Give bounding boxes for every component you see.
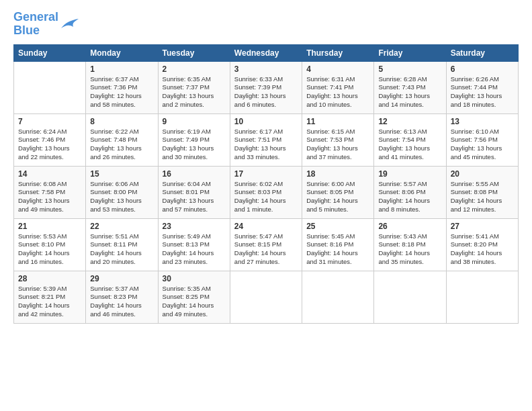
- header-row: SundayMondayTuesdayWednesdayThursdayFrid…: [14, 44, 519, 61]
- day-number: 17: [234, 169, 298, 179]
- week-row-1: 1Sunrise: 6:37 AMSunset: 7:36 PMDaylight…: [14, 61, 519, 113]
- calendar-cell: 20Sunrise: 5:55 AMSunset: 8:08 PMDayligh…: [446, 166, 518, 218]
- day-info: Sunrise: 5:47 AMSunset: 8:15 PMDaylight:…: [234, 232, 298, 267]
- calendar-cell: 3Sunrise: 6:33 AMSunset: 7:39 PMDaylight…: [230, 61, 302, 113]
- day-number: 25: [306, 222, 369, 231]
- calendar-cell: 2Sunrise: 6:35 AMSunset: 7:37 PMDaylight…: [158, 61, 230, 113]
- day-info: Sunrise: 6:13 AMSunset: 7:54 PMDaylight:…: [378, 128, 441, 162]
- day-number: 4: [306, 64, 369, 74]
- day-info: Sunrise: 6:04 AMSunset: 8:01 PMDaylight:…: [163, 180, 226, 214]
- header: General Blue: [13, 11, 519, 38]
- calendar-cell: 29Sunrise: 5:37 AMSunset: 8:23 PMDayligh…: [86, 271, 158, 323]
- day-number: 2: [163, 64, 226, 74]
- calendar-cell: 16Sunrise: 6:04 AMSunset: 8:01 PMDayligh…: [158, 166, 230, 218]
- logo-bird-icon: [60, 16, 80, 32]
- calendar-cell: 4Sunrise: 6:31 AMSunset: 7:41 PMDaylight…: [302, 61, 374, 113]
- calendar-cell: 7Sunrise: 6:24 AMSunset: 7:46 PMDaylight…: [14, 113, 86, 166]
- page-container: General Blue SundayMondayTuesdayWednesda…: [0, 0, 532, 330]
- calendar-cell: 27Sunrise: 5:41 AMSunset: 8:20 PMDayligh…: [446, 218, 518, 271]
- day-number: 9: [163, 117, 226, 126]
- calendar-cell: 10Sunrise: 6:17 AMSunset: 7:51 PMDayligh…: [230, 113, 302, 166]
- calendar-cell: 1Sunrise: 6:37 AMSunset: 7:36 PMDaylight…: [86, 61, 158, 113]
- day-number: 13: [451, 117, 514, 126]
- day-info: Sunrise: 6:28 AMSunset: 7:43 PMDaylight:…: [378, 75, 441, 109]
- week-row-4: 21Sunrise: 5:53 AMSunset: 8:10 PMDayligh…: [14, 218, 519, 271]
- day-info: Sunrise: 5:57 AMSunset: 8:06 PMDaylight:…: [378, 180, 441, 214]
- calendar-cell: 22Sunrise: 5:51 AMSunset: 8:11 PMDayligh…: [86, 218, 158, 271]
- calendar-cell: [374, 271, 446, 323]
- day-info: Sunrise: 6:00 AMSunset: 8:05 PMDaylight:…: [306, 180, 369, 214]
- day-info: Sunrise: 6:26 AMSunset: 7:44 PMDaylight:…: [451, 75, 514, 109]
- header-day-thursday: Thursday: [302, 44, 374, 61]
- day-info: Sunrise: 6:08 AMSunset: 7:58 PMDaylight:…: [18, 180, 81, 214]
- day-number: 6: [451, 64, 514, 74]
- day-number: 22: [90, 222, 153, 231]
- calendar-cell: 15Sunrise: 6:06 AMSunset: 8:00 PMDayligh…: [86, 166, 158, 218]
- day-number: 27: [451, 222, 514, 231]
- day-info: Sunrise: 5:35 AMSunset: 8:25 PMDaylight:…: [163, 285, 226, 319]
- header-day-saturday: Saturday: [446, 44, 518, 61]
- day-number: 3: [234, 64, 298, 74]
- calendar-cell: 26Sunrise: 5:43 AMSunset: 8:18 PMDayligh…: [374, 218, 446, 271]
- calendar-cell: 28Sunrise: 5:39 AMSunset: 8:21 PMDayligh…: [14, 271, 86, 323]
- day-number: 23: [163, 222, 226, 231]
- day-info: Sunrise: 6:33 AMSunset: 7:39 PMDaylight:…: [234, 75, 298, 109]
- calendar-cell: 11Sunrise: 6:15 AMSunset: 7:53 PMDayligh…: [302, 113, 374, 166]
- day-info: Sunrise: 5:45 AMSunset: 8:16 PMDaylight:…: [306, 232, 369, 267]
- day-info: Sunrise: 6:10 AMSunset: 7:56 PMDaylight:…: [451, 128, 514, 162]
- week-row-5: 28Sunrise: 5:39 AMSunset: 8:21 PMDayligh…: [14, 271, 519, 323]
- day-info: Sunrise: 6:22 AMSunset: 7:48 PMDaylight:…: [90, 128, 153, 162]
- day-number: 15: [90, 169, 153, 179]
- day-number: 5: [378, 64, 441, 74]
- calendar-cell: 6Sunrise: 6:26 AMSunset: 7:44 PMDaylight…: [446, 61, 518, 113]
- day-number: 19: [378, 169, 441, 179]
- day-info: Sunrise: 6:37 AMSunset: 7:36 PMDaylight:…: [90, 75, 153, 109]
- day-number: 1: [90, 64, 153, 74]
- calendar-table: SundayMondayTuesdayWednesdayThursdayFrid…: [13, 44, 519, 324]
- day-number: 14: [18, 169, 81, 179]
- day-number: 28: [18, 274, 81, 283]
- day-info: Sunrise: 5:51 AMSunset: 8:11 PMDaylight:…: [90, 232, 153, 267]
- day-info: Sunrise: 6:06 AMSunset: 8:00 PMDaylight:…: [90, 180, 153, 214]
- day-number: 10: [234, 117, 298, 126]
- calendar-cell: 21Sunrise: 5:53 AMSunset: 8:10 PMDayligh…: [14, 218, 86, 271]
- calendar-cell: 24Sunrise: 5:47 AMSunset: 8:15 PMDayligh…: [230, 218, 302, 271]
- day-info: Sunrise: 5:41 AMSunset: 8:20 PMDaylight:…: [451, 232, 514, 267]
- day-number: 7: [18, 117, 81, 126]
- logo-text: General Blue: [13, 11, 58, 38]
- day-info: Sunrise: 6:24 AMSunset: 7:46 PMDaylight:…: [18, 128, 81, 162]
- calendar-cell: 23Sunrise: 5:49 AMSunset: 8:13 PMDayligh…: [158, 218, 230, 271]
- calendar-cell: [446, 271, 518, 323]
- day-info: Sunrise: 6:15 AMSunset: 7:53 PMDaylight:…: [306, 128, 369, 162]
- calendar-cell: 13Sunrise: 6:10 AMSunset: 7:56 PMDayligh…: [446, 113, 518, 166]
- day-number: 30: [163, 274, 226, 283]
- day-number: 12: [378, 117, 441, 126]
- calendar-cell: [14, 61, 86, 113]
- day-info: Sunrise: 6:02 AMSunset: 8:03 PMDaylight:…: [234, 180, 298, 214]
- header-day-monday: Monday: [86, 44, 158, 61]
- calendar-cell: [230, 271, 302, 323]
- day-info: Sunrise: 6:31 AMSunset: 7:41 PMDaylight:…: [306, 75, 369, 109]
- header-day-sunday: Sunday: [14, 44, 86, 61]
- calendar-cell: 25Sunrise: 5:45 AMSunset: 8:16 PMDayligh…: [302, 218, 374, 271]
- day-number: 29: [90, 274, 153, 283]
- day-number: 11: [306, 117, 369, 126]
- day-info: Sunrise: 6:19 AMSunset: 7:49 PMDaylight:…: [163, 128, 226, 162]
- day-number: 26: [378, 222, 441, 231]
- day-number: 8: [90, 117, 153, 126]
- week-row-3: 14Sunrise: 6:08 AMSunset: 7:58 PMDayligh…: [14, 166, 519, 218]
- calendar-cell: 30Sunrise: 5:35 AMSunset: 8:25 PMDayligh…: [158, 271, 230, 323]
- header-day-friday: Friday: [374, 44, 446, 61]
- day-info: Sunrise: 5:39 AMSunset: 8:21 PMDaylight:…: [18, 285, 81, 319]
- day-number: 24: [234, 222, 298, 231]
- day-info: Sunrise: 5:49 AMSunset: 8:13 PMDaylight:…: [163, 232, 226, 267]
- calendar-cell: 19Sunrise: 5:57 AMSunset: 8:06 PMDayligh…: [374, 166, 446, 218]
- day-info: Sunrise: 6:35 AMSunset: 7:37 PMDaylight:…: [163, 75, 226, 109]
- week-row-2: 7Sunrise: 6:24 AMSunset: 7:46 PMDaylight…: [14, 113, 519, 166]
- day-info: Sunrise: 6:17 AMSunset: 7:51 PMDaylight:…: [234, 128, 298, 162]
- header-day-tuesday: Tuesday: [158, 44, 230, 61]
- header-day-wednesday: Wednesday: [230, 44, 302, 61]
- day-number: 16: [163, 169, 226, 179]
- calendar-cell: 8Sunrise: 6:22 AMSunset: 7:48 PMDaylight…: [86, 113, 158, 166]
- logo: General Blue: [13, 11, 80, 38]
